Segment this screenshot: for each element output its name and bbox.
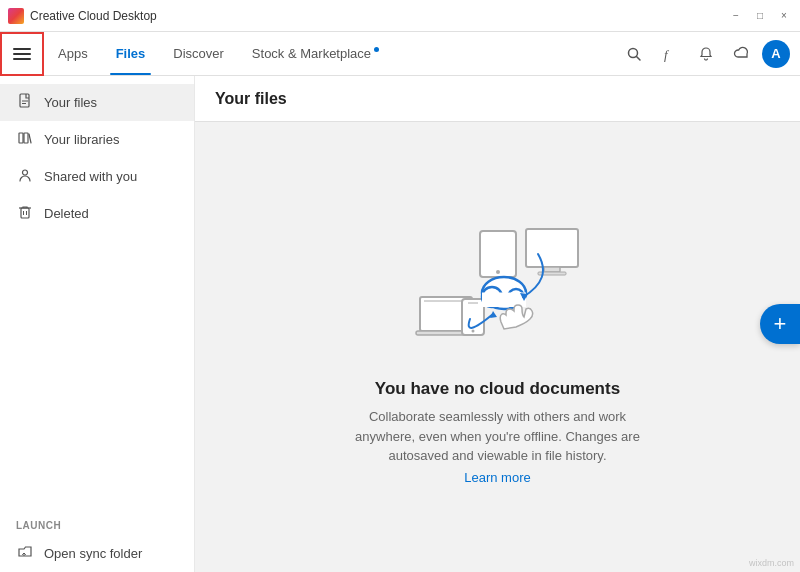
- nav-bar: Apps Files Discover Stock & Marketplace …: [0, 32, 800, 76]
- bell-icon: [698, 46, 714, 62]
- launch-section-label: LAUNCH: [0, 506, 194, 535]
- title-bar: Creative Cloud Desktop − □ ×: [0, 0, 800, 32]
- tab-apps[interactable]: Apps: [44, 32, 102, 75]
- empty-state-title: You have no cloud documents: [375, 379, 620, 399]
- sidebar-label-shared: Shared with you: [44, 169, 137, 184]
- libraries-icon: [16, 130, 34, 149]
- svg-point-24: [471, 330, 474, 333]
- empty-state-description: Collaborate seamlessly with others and w…: [338, 407, 658, 466]
- search-icon: [626, 46, 642, 62]
- svg-line-1: [637, 56, 641, 60]
- sidebar-item-your-libraries[interactable]: Your libraries: [0, 121, 194, 158]
- svg-rect-20: [544, 267, 560, 272]
- sidebar-item-open-sync-folder[interactable]: Open sync folder: [0, 535, 194, 572]
- hamburger-icon: [13, 48, 31, 60]
- sidebar-item-shared[interactable]: Shared with you: [0, 158, 194, 195]
- minimize-button[interactable]: −: [728, 8, 744, 24]
- svg-rect-6: [19, 133, 23, 143]
- avatar[interactable]: A: [762, 40, 790, 68]
- tab-stock[interactable]: Stock & Marketplace: [238, 32, 393, 75]
- content-header: Your files: [195, 76, 800, 122]
- file-icon: [16, 93, 34, 112]
- font-icon: f: [662, 46, 678, 62]
- svg-rect-9: [21, 208, 29, 218]
- close-button[interactable]: ×: [776, 8, 792, 24]
- restore-button[interactable]: □: [752, 8, 768, 24]
- sidebar: Your files Your libraries Shared with yo…: [0, 76, 195, 572]
- svg-point-18: [496, 270, 500, 274]
- svg-rect-7: [24, 133, 28, 143]
- main-layout: Your files Your libraries Shared with yo…: [0, 76, 800, 572]
- font-button[interactable]: f: [654, 38, 686, 70]
- title-bar-text: Creative Cloud Desktop: [30, 9, 728, 23]
- tab-files[interactable]: Files: [102, 32, 160, 75]
- sidebar-label-your-libraries: Your libraries: [44, 132, 119, 147]
- add-button[interactable]: +: [760, 304, 800, 344]
- shared-icon: [16, 167, 34, 186]
- content-area: Your files: [195, 76, 800, 572]
- sidebar-item-deleted[interactable]: Deleted: [0, 195, 194, 232]
- trash-icon: [16, 204, 34, 223]
- tab-dot: [374, 47, 379, 52]
- cloud-icon: [733, 46, 751, 62]
- cloud-button[interactable]: [726, 38, 758, 70]
- app-icon: [8, 8, 24, 24]
- learn-more-link[interactable]: Learn more: [464, 470, 530, 485]
- sidebar-item-your-files[interactable]: Your files: [0, 84, 194, 121]
- content-body: You have no cloud documents Collaborate …: [195, 122, 800, 572]
- sidebar-label-deleted: Deleted: [44, 206, 89, 221]
- sync-folder-icon: [16, 544, 34, 563]
- watermark: wixdm.com: [749, 558, 794, 568]
- sidebar-label-your-files: Your files: [44, 95, 97, 110]
- title-bar-controls: − □ ×: [728, 8, 792, 24]
- add-icon: +: [774, 311, 787, 337]
- svg-rect-19: [526, 229, 578, 267]
- svg-point-8: [23, 170, 28, 175]
- tab-discover[interactable]: Discover: [159, 32, 238, 75]
- hamburger-button[interactable]: [0, 32, 44, 76]
- nav-tabs: Apps Files Discover Stock & Marketplace: [44, 32, 618, 75]
- notifications-button[interactable]: [690, 38, 722, 70]
- cloud-sync-illustration: [408, 209, 588, 359]
- sidebar-label-open-sync: Open sync folder: [44, 546, 142, 561]
- nav-actions: f A: [618, 38, 800, 70]
- empty-state-illustration: [408, 209, 588, 359]
- search-button[interactable]: [618, 38, 650, 70]
- content-title: Your files: [215, 90, 287, 107]
- svg-text:f: f: [664, 47, 670, 62]
